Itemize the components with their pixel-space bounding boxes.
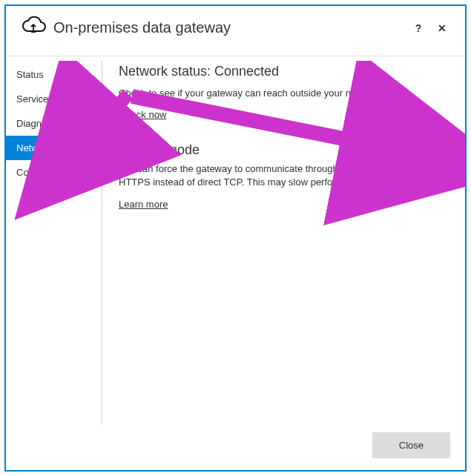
- sidebar-item-label: Connectors: [16, 167, 65, 178]
- divider: [6, 56, 465, 56]
- network-status-heading: Network status: Connected: [119, 64, 449, 79]
- sidebar-item-label: Network: [16, 142, 52, 153]
- footer: Close: [6, 425, 465, 470]
- https-section: HTTPS mode You can force the gateway to …: [119, 142, 449, 209]
- status-value: Connected: [214, 64, 279, 79]
- sidebar: Status Service Settings Diagnostics Netw…: [6, 61, 102, 425]
- sidebar-item-label: Status: [16, 69, 44, 80]
- app-title: On-premises data gateway: [53, 19, 231, 36]
- close-button[interactable]: Close: [372, 432, 450, 458]
- sidebar-item-connectors[interactable]: Connectors: [6, 160, 102, 185]
- content-panel: Network status: Connected Check to see i…: [102, 61, 465, 425]
- https-mode-heading: HTTPS mode: [119, 142, 200, 158]
- network-status-desc: Check to see if your gateway can reach o…: [119, 87, 449, 100]
- sidebar-item-label: Diagnostics: [16, 118, 66, 129]
- status-prefix: Network status:: [119, 64, 214, 79]
- help-button[interactable]: ?: [410, 22, 426, 34]
- cloud-icon: [21, 16, 46, 39]
- body: Status Service Settings Diagnostics Netw…: [6, 61, 465, 425]
- sidebar-item-label: Service Settings: [16, 93, 86, 105]
- title-bar: On-premises data gateway ? ✕: [6, 6, 465, 45]
- https-mode-desc: You can force the gateway to communicate…: [119, 162, 449, 189]
- window-close-button[interactable]: ✕: [434, 22, 450, 34]
- https-mode-toggle[interactable]: [419, 143, 449, 158]
- sidebar-item-status[interactable]: Status: [6, 62, 102, 87]
- learn-more-link[interactable]: Learn more: [119, 199, 168, 210]
- window: On-premises data gateway ? ✕ Status Serv…: [4, 4, 467, 472]
- check-now-link[interactable]: Check now: [119, 109, 166, 120]
- sidebar-item-service-settings[interactable]: Service Settings: [6, 87, 102, 111]
- sidebar-item-diagnostics[interactable]: Diagnostics: [6, 111, 102, 136]
- sidebar-item-network[interactable]: Network: [6, 136, 102, 160]
